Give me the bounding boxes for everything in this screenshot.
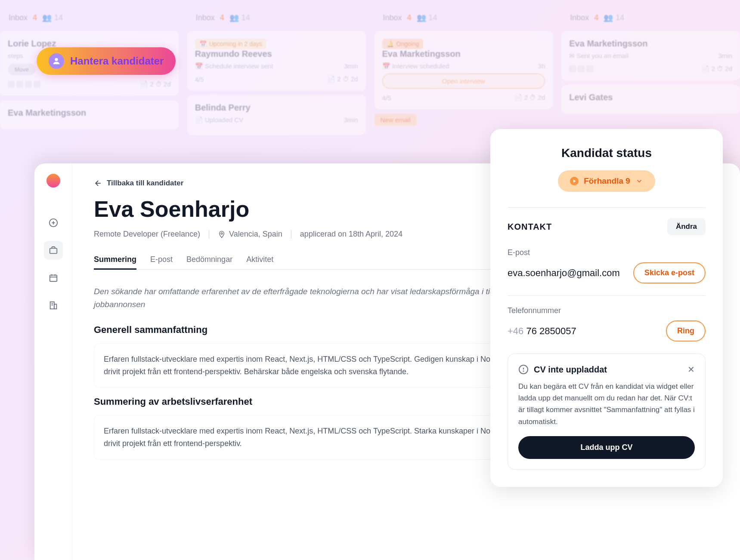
location-icon: [218, 231, 226, 238]
svg-point-0: [55, 58, 58, 61]
contact-label: KONTAKT: [508, 222, 552, 232]
applied-date: applicerad on 18th April, 2024: [300, 230, 403, 239]
phone-label: Telefonnummer: [508, 306, 706, 315]
user-icon: [49, 53, 64, 69]
building-icon[interactable]: [44, 296, 63, 315]
inbox-count: 4: [33, 13, 37, 22]
chevron-down-icon: [635, 177, 643, 185]
ongoing-badge: 🔔 Ongoing: [382, 39, 424, 49]
svg-rect-5: [50, 275, 57, 282]
arrow-left-icon: [94, 179, 102, 188]
upcoming-badge: 📅 Upcoming in 2 days: [195, 39, 266, 49]
alert-circle-icon: [518, 364, 529, 375]
tab-assessments[interactable]: Bedömningar: [186, 251, 232, 270]
close-icon[interactable]: ✕: [687, 364, 695, 375]
upload-cv-button[interactable]: Ladda upp CV: [518, 436, 695, 459]
svg-rect-4: [50, 248, 57, 253]
card-name: Eva Marketingsson: [8, 108, 171, 118]
briefcase-icon[interactable]: [44, 241, 63, 260]
back-link[interactable]: Tillbaka till kandidater: [94, 179, 183, 188]
svg-point-18: [523, 371, 524, 372]
email-value: eva.soenharjo@gmail.com: [508, 268, 620, 279]
calendar-icon[interactable]: [44, 268, 63, 287]
pill-label: Hantera kandidater: [70, 55, 164, 67]
send-email-button[interactable]: Skicka e-post: [633, 262, 706, 283]
status-title: Kandidat status: [508, 146, 706, 160]
cv-title: CV inte uppladdat: [534, 365, 607, 375]
new-email-badge: New email: [375, 114, 417, 126]
edit-button[interactable]: Ändra: [667, 218, 706, 235]
people-count: 👥 14: [42, 13, 63, 22]
location: Valencia, Spain: [229, 230, 282, 239]
cv-card: CV inte uppladdat ✕ Du kan begära ett CV…: [508, 354, 706, 470]
svg-point-14: [221, 232, 223, 234]
logo: [46, 174, 60, 188]
call-button[interactable]: Ring: [666, 320, 706, 342]
email-label: E-post: [508, 248, 706, 257]
move-button[interactable]: Move: [8, 64, 36, 75]
add-icon[interactable]: [44, 213, 63, 232]
role: Remote Developer (Freelance): [94, 230, 200, 239]
status-panel: Kandidat status Förhandla 9 KONTAKT Ändr…: [490, 129, 723, 487]
cv-body: Du kan begära ett CV från en kandidat vi…: [518, 381, 695, 428]
svg-rect-10: [54, 304, 56, 309]
svg-marker-15: [573, 180, 576, 183]
inbox-label: Inbox: [9, 13, 28, 22]
tab-summary[interactable]: Summering: [94, 251, 136, 270]
tab-email[interactable]: E-post: [150, 251, 173, 270]
status-dot-icon: [570, 177, 579, 185]
open-interview-button[interactable]: Open interview: [382, 74, 545, 89]
phone-value: +46 76 2850057: [508, 326, 576, 337]
tab-activity[interactable]: Aktivitet: [246, 251, 273, 270]
status-dropdown[interactable]: Förhandla 9: [558, 170, 655, 192]
sidebar: [34, 163, 72, 560]
manage-candidates-pill: Hantera kandidater: [37, 47, 176, 75]
